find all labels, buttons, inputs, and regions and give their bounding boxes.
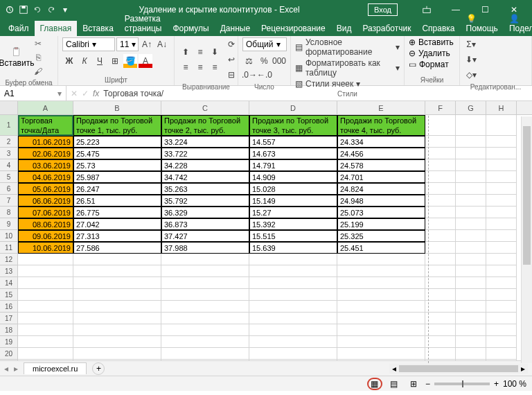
cell[interactable]: 26.775	[73, 207, 161, 218]
login-button[interactable]: Вход	[368, 3, 398, 16]
orientation-icon[interactable]: ⟳	[224, 37, 238, 51]
cell[interactable]: Торговая точка/Дата	[18, 115, 73, 136]
cell[interactable]	[249, 254, 337, 265]
tab-prev-icon[interactable]: ◂	[4, 364, 8, 374]
save-icon[interactable]	[18, 4, 29, 15]
cell[interactable]	[337, 301, 425, 313]
cell[interactable]	[425, 277, 456, 289]
cell[interactable]: 01.06.2019	[18, 136, 73, 148]
redo-icon[interactable]	[46, 4, 57, 15]
cell[interactable]	[249, 348, 337, 360]
cell[interactable]: 14.791	[249, 159, 337, 171]
cell[interactable]: 06.06.2019	[18, 195, 73, 207]
cell[interactable]: 14.557	[249, 136, 337, 148]
qat-dropdown-icon[interactable]: ▾	[60, 4, 71, 15]
cell[interactable]	[456, 159, 486, 171]
cell[interactable]: 35.263	[161, 183, 249, 195]
decrease-decimal-icon[interactable]: ←.0	[258, 68, 272, 82]
tab-formulas[interactable]: Формулы	[167, 21, 214, 36]
row-header[interactable]: 17	[0, 313, 18, 324]
cell[interactable]	[337, 289, 425, 301]
cell[interactable]	[456, 171, 486, 183]
name-box[interactable]: A1▾	[0, 86, 66, 100]
cell[interactable]	[456, 242, 486, 254]
formula-input[interactable]: Торговая точка/	[103, 89, 528, 98]
decrease-font-icon[interactable]: A↓	[155, 37, 169, 51]
cell[interactable]	[425, 115, 456, 136]
cell[interactable]: 25.199	[337, 218, 425, 230]
delete-cells[interactable]: ⊖Удалить	[409, 49, 450, 58]
cell[interactable]: Продажи по Торговой точке 1, тыс. руб.	[73, 115, 161, 136]
cell[interactable]	[456, 265, 486, 277]
cell[interactable]	[456, 254, 486, 265]
cell[interactable]	[18, 289, 73, 301]
currency-icon[interactable]: ⚖	[242, 54, 256, 68]
cell[interactable]	[486, 171, 517, 183]
cell[interactable]	[337, 360, 425, 360]
conditional-formatting[interactable]: ▤Условное форматирование▾	[295, 37, 400, 57]
cell[interactable]	[18, 301, 73, 313]
cell[interactable]: 25.223	[73, 136, 161, 148]
cancel-fx-icon[interactable]: ✕	[71, 89, 78, 98]
fill-color-button[interactable]: 🪣	[123, 54, 137, 68]
cell[interactable]: 24.824	[337, 183, 425, 195]
border-button[interactable]: ⊞	[108, 54, 122, 68]
increase-font-icon[interactable]: A↑	[140, 37, 154, 51]
cell[interactable]	[249, 277, 337, 289]
cell[interactable]	[18, 336, 73, 348]
cell[interactable]: 33.224	[161, 136, 249, 148]
cell[interactable]	[425, 301, 456, 313]
wrap-text-icon[interactable]: ↩	[224, 53, 238, 67]
cell[interactable]	[18, 313, 73, 324]
vertical-scrollbar[interactable]	[521, 116, 532, 363]
cell[interactable]: 27.313	[73, 230, 161, 242]
row-header[interactable]: 10	[0, 230, 18, 242]
cell[interactable]	[425, 148, 456, 159]
cell[interactable]: 15.392	[249, 218, 337, 230]
cell[interactable]: 05.06.2019	[18, 183, 73, 195]
cell[interactable]	[456, 115, 486, 136]
cell[interactable]	[456, 301, 486, 313]
align-middle-icon[interactable]: ≡	[193, 45, 207, 59]
tab-data[interactable]: Данные	[215, 21, 256, 36]
page-layout-view-icon[interactable]: ▤	[387, 378, 402, 390]
cell[interactable]	[73, 360, 161, 360]
cell[interactable]: 34.742	[161, 171, 249, 183]
row-header[interactable]: 3	[0, 148, 18, 159]
cell[interactable]	[486, 242, 517, 254]
cell[interactable]: 34.228	[161, 159, 249, 171]
cell[interactable]	[425, 324, 456, 336]
cell[interactable]	[161, 265, 249, 277]
cell[interactable]	[425, 289, 456, 301]
row-header[interactable]: 13	[0, 265, 18, 277]
cell[interactable]	[486, 289, 517, 301]
cell[interactable]: 36.329	[161, 207, 249, 218]
increase-decimal-icon[interactable]: .0→	[242, 68, 256, 82]
format-as-table[interactable]: ▦Форматировать как таблицу▾	[295, 58, 400, 78]
tab-review[interactable]: Рецензирование	[256, 21, 331, 36]
cell[interactable]	[456, 148, 486, 159]
row-header[interactable]: 20	[0, 348, 18, 360]
row-header[interactable]: 9	[0, 218, 18, 230]
cell[interactable]: 15.028	[249, 183, 337, 195]
row-header[interactable]: 1	[0, 115, 18, 136]
cell[interactable]: 07.06.2019	[18, 207, 73, 218]
undo-icon[interactable]	[32, 4, 43, 15]
row-header[interactable]: 7	[0, 195, 18, 207]
fx-icon[interactable]: fx	[93, 89, 99, 98]
cell[interactable]: 10.06.2019	[18, 242, 73, 254]
cell[interactable]: 24.701	[337, 171, 425, 183]
zoom-out-icon[interactable]: −	[425, 379, 430, 389]
sheet-tab[interactable]: microexcel.ru	[24, 362, 87, 374]
col-header[interactable]: A	[18, 101, 73, 114]
cell[interactable]: 25.451	[337, 242, 425, 254]
cell[interactable]	[249, 360, 337, 360]
cell[interactable]	[73, 289, 161, 301]
tab-help[interactable]: Справка	[416, 21, 460, 36]
align-left-icon[interactable]: ≡	[179, 60, 193, 74]
cell[interactable]	[486, 195, 517, 207]
cell[interactable]	[73, 265, 161, 277]
cell[interactable]	[337, 254, 425, 265]
cell[interactable]	[161, 254, 249, 265]
spreadsheet-grid[interactable]: A B C D E F G H 1Торговая точка/ДатаПрод…	[0, 101, 532, 360]
